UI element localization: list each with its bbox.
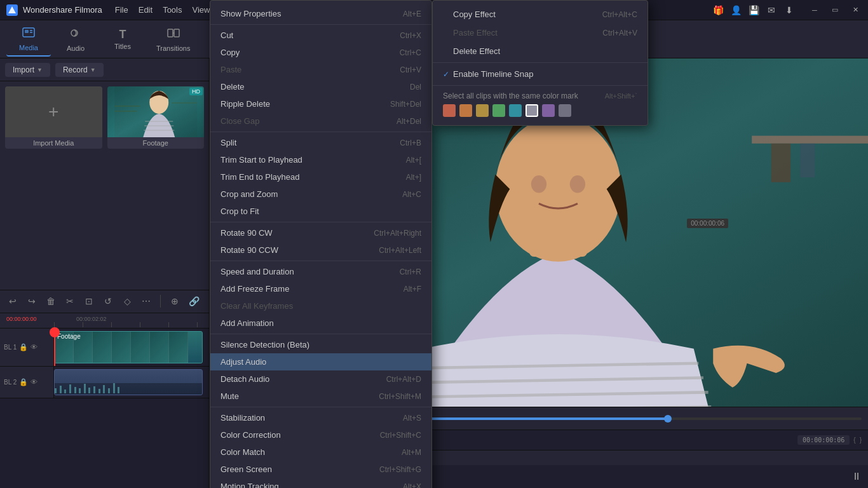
color-dot-green[interactable]: [492, 104, 505, 117]
menu-color-correction[interactable]: Color Correction Ctrl+Shift+C: [210, 426, 431, 444]
color-dot-yellow[interactable]: [476, 104, 489, 117]
silence-detection-label: Silence Detection (Beta): [220, 340, 309, 349]
menu-detach-audio[interactable]: Detach Audio Ctrl+Alt+D: [210, 370, 431, 388]
color-correction-shortcut: Ctrl+Shift+C: [380, 431, 421, 440]
color-dot-lightgray[interactable]: [526, 104, 538, 117]
close-gap-label: Close Gap: [220, 116, 259, 126]
green-screen-label: Green Screen: [220, 464, 272, 474]
rotate-ccw-label: Rotate 90 CCW: [220, 245, 278, 255]
clear-keyframes-label: Clear All Keyframes: [220, 301, 293, 311]
menu-adjust-audio[interactable]: Adjust Audio: [210, 353, 431, 370]
mute-label: Mute: [220, 391, 239, 401]
adjust-audio-label: Adjust Audio: [220, 357, 266, 367]
detach-audio-label: Detach Audio: [220, 374, 269, 384]
menu-rotate-cw[interactable]: Rotate 90 CW Ctrl+Alt+Right: [210, 224, 431, 241]
paste-effect-shortcut: Ctrl+Alt+V: [602, 29, 637, 37]
color-dot-orange[interactable]: [459, 104, 472, 117]
menu-cut[interactable]: Cut Ctrl+X: [210, 27, 431, 44]
delete-shortcut: Del: [410, 83, 421, 92]
menu-silence-detection[interactable]: Silence Detection (Beta): [210, 336, 431, 353]
color-marks-shortcut: Alt+Shift+`: [605, 92, 637, 100]
freeze-frame-shortcut: Alt+F: [403, 285, 421, 294]
menu-crop-zoom[interactable]: Crop and Zoom Alt+C: [210, 186, 431, 203]
speed-duration-shortcut: Ctrl+R: [400, 268, 421, 276]
crop-zoom-label: Crop and Zoom: [220, 189, 278, 199]
menu-section-7: Stabilization Alt+S Color Correction Ctr…: [210, 407, 431, 488]
rotate-ccw-shortcut: Ctrl+Alt+Left: [379, 246, 421, 255]
mute-shortcut: Ctrl+Shift+M: [379, 392, 421, 401]
split-label: Split: [220, 138, 236, 147]
add-animation-label: Add Animation: [220, 318, 274, 328]
rotate-cw-shortcut: Ctrl+Alt+Right: [374, 229, 421, 238]
close-gap-shortcut: Alt+Del: [397, 117, 421, 126]
color-dot-gray[interactable]: [559, 104, 571, 117]
menu-section-5: Speed and Duration Ctrl+R Add Freeze Fra…: [210, 261, 431, 334]
menu-section-2: Cut Ctrl+X Copy Ctrl+C Paste Ctrl+V Dele…: [210, 25, 431, 132]
menu-color-match[interactable]: Color Match Alt+M: [210, 444, 431, 461]
stabilization-shortcut: Alt+S: [403, 414, 421, 423]
menu-section-1: Show Properties Alt+E: [210, 3, 431, 25]
color-correction-label: Color Correction: [220, 430, 281, 440]
cut-label: Cut: [220, 30, 233, 40]
sub-context-menu: Copy Effect Ctrl+Alt+C Paste Effect Ctrl…: [432, 0, 648, 126]
enable-snap-label: Enable Timeline Snap: [453, 69, 637, 79]
color-match-label: Color Match: [220, 447, 265, 457]
context-menu-overlay: Show Properties Alt+E Cut Ctrl+X Copy Ct…: [0, 0, 868, 488]
copy-effect-shortcut: Ctrl+Alt+C: [602, 10, 637, 19]
menu-freeze-frame[interactable]: Add Freeze Frame Alt+F: [210, 280, 431, 297]
paste-label: Paste: [220, 65, 241, 74]
delete-label: Delete: [220, 82, 245, 92]
delete-effect-label: Delete Effect: [453, 46, 637, 56]
color-match-shortcut: Alt+M: [402, 448, 421, 457]
menu-section-3: Split Ctrl+B Trim Start to Playhead Alt+…: [210, 132, 431, 222]
menu-crop-fit[interactable]: Crop to Fit: [210, 203, 431, 220]
menu-paste: Paste Ctrl+V: [210, 61, 431, 78]
color-marks-text: Select all clips with the same color mar…: [443, 92, 578, 100]
menu-close-gap: Close Gap Alt+Del: [210, 112, 431, 130]
sub-delete-effect[interactable]: Delete Effect: [433, 42, 648, 60]
menu-mute[interactable]: Mute Ctrl+Shift+M: [210, 388, 431, 405]
copy-shortcut: Ctrl+C: [400, 48, 421, 57]
color-dot-purple[interactable]: [542, 104, 555, 117]
cut-shortcut: Ctrl+X: [400, 31, 421, 40]
sub-enable-snap[interactable]: ✓ Enable Timeline Snap: [433, 65, 648, 83]
menu-trim-start[interactable]: Trim Start to Playhead Alt+[: [210, 151, 431, 168]
color-dot-teal[interactable]: [509, 104, 522, 117]
menu-add-animation[interactable]: Add Animation: [210, 315, 431, 332]
detach-audio-shortcut: Ctrl+Alt+D: [386, 375, 421, 384]
menu-ripple-delete[interactable]: Ripple Delete Shift+Del: [210, 95, 431, 112]
sub-menu-section-1: Copy Effect Ctrl+Alt+C Paste Effect Ctrl…: [433, 3, 648, 63]
copy-label: Copy: [220, 48, 240, 57]
color-dots-row: [443, 104, 637, 117]
copy-effect-label: Copy Effect: [453, 10, 602, 19]
menu-show-properties[interactable]: Show Properties Alt+E: [210, 5, 431, 22]
rotate-cw-label: Rotate 90 CW: [220, 228, 273, 238]
menu-stabilization[interactable]: Stabilization Alt+S: [210, 409, 431, 426]
sub-menu-section-3: Select all clips with the same color mar…: [433, 86, 648, 123]
green-screen-shortcut: Ctrl+Shift+G: [379, 465, 421, 474]
menu-trim-end[interactable]: Trim End to Playhead Alt+]: [210, 168, 431, 186]
show-properties-label: Show Properties: [220, 9, 281, 18]
color-dot-red[interactable]: [443, 104, 456, 117]
menu-green-screen[interactable]: Green Screen Ctrl+Shift+G: [210, 461, 431, 478]
menu-delete[interactable]: Delete Del: [210, 78, 431, 95]
trim-end-label: Trim End to Playhead: [220, 172, 300, 182]
ripple-delete-label: Ripple Delete: [220, 99, 270, 109]
sub-copy-effect[interactable]: Copy Effect Ctrl+Alt+C: [433, 5, 648, 24]
trim-end-shortcut: Alt+]: [406, 173, 421, 182]
freeze-frame-label: Add Freeze Frame: [220, 284, 289, 294]
sub-menu-section-2: ✓ Enable Timeline Snap: [433, 63, 648, 86]
menu-motion-tracking[interactable]: Motion Tracking Alt+X: [210, 478, 431, 488]
menu-rotate-ccw[interactable]: Rotate 90 CCW Ctrl+Alt+Left: [210, 241, 431, 259]
show-properties-shortcut: Alt+E: [403, 10, 421, 18]
menu-copy[interactable]: Copy Ctrl+C: [210, 44, 431, 61]
sub-paste-effect: Paste Effect Ctrl+Alt+V: [433, 24, 648, 42]
menu-speed-duration[interactable]: Speed and Duration Ctrl+R: [210, 263, 431, 280]
menu-split[interactable]: Split Ctrl+B: [210, 134, 431, 151]
color-marks-section: Select all clips with the same color mar…: [433, 88, 648, 121]
crop-zoom-shortcut: Alt+C: [402, 190, 421, 199]
trim-start-shortcut: Alt+[: [406, 156, 421, 165]
paste-effect-label: Paste Effect: [453, 28, 602, 37]
crop-fit-label: Crop to Fit: [220, 207, 259, 216]
paste-shortcut: Ctrl+V: [400, 65, 421, 74]
